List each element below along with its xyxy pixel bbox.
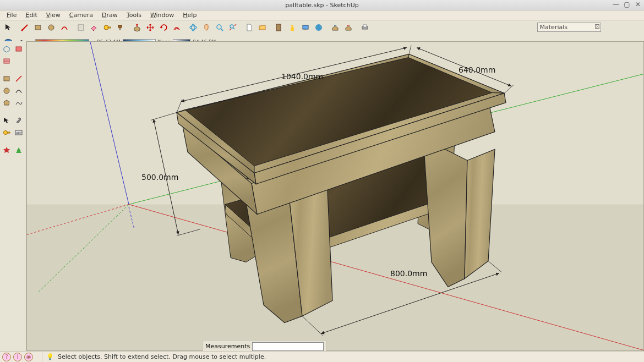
iso-tool[interactable] bbox=[1, 43, 12, 54]
titlebar: palltable.skp - SketchUp — ▢ ✕ bbox=[0, 0, 644, 10]
component-tool[interactable] bbox=[75, 21, 87, 34]
vcircle-tool[interactable] bbox=[1, 85, 12, 96]
tape-tool[interactable] bbox=[101, 21, 113, 34]
svg-line-39 bbox=[181, 48, 407, 102]
svg-point-6 bbox=[104, 25, 108, 30]
pushpull-tool[interactable] bbox=[131, 21, 143, 34]
svg-line-48 bbox=[302, 316, 323, 336]
offset-tool[interactable] bbox=[171, 21, 183, 34]
menu-tools[interactable]: Tools bbox=[122, 12, 146, 19]
svg-rect-22 bbox=[16, 47, 21, 51]
svg-line-49 bbox=[488, 261, 501, 272]
menu-edit[interactable]: Edit bbox=[21, 12, 41, 19]
svg-rect-25 bbox=[4, 76, 9, 81]
paint-tool[interactable] bbox=[114, 21, 127, 34]
svg-rect-5 bbox=[79, 26, 83, 29]
circle-tool[interactable] bbox=[45, 21, 57, 34]
svg-rect-30 bbox=[15, 130, 22, 135]
svg-line-0 bbox=[22, 25, 28, 30]
minimize-button[interactable]: — bbox=[612, 1, 620, 9]
svg-rect-23 bbox=[4, 59, 9, 63]
print-tool[interactable] bbox=[359, 21, 371, 34]
new-tool[interactable] bbox=[243, 21, 255, 34]
pan-tool[interactable] bbox=[200, 21, 212, 34]
svg-rect-29 bbox=[7, 132, 10, 133]
zoom-extents-tool[interactable] bbox=[227, 21, 239, 34]
vline-tool[interactable] bbox=[13, 73, 24, 84]
dim-height: 500.0mm bbox=[141, 173, 178, 182]
menu-draw[interactable]: Draw bbox=[97, 12, 122, 19]
menu-view[interactable]: View bbox=[42, 12, 65, 19]
eraser-tool[interactable] bbox=[88, 21, 100, 34]
svg-point-9 bbox=[192, 24, 195, 31]
svg-point-3 bbox=[48, 25, 54, 30]
svg-line-38 bbox=[129, 207, 134, 229]
svg-rect-16 bbox=[304, 29, 307, 30]
tape2-tool[interactable] bbox=[1, 127, 12, 138]
svg-point-28 bbox=[4, 131, 8, 135]
select2-tool[interactable] bbox=[1, 115, 12, 126]
svg-point-10 bbox=[217, 25, 221, 29]
menu-camera[interactable]: Camera bbox=[65, 12, 97, 19]
section-tool[interactable] bbox=[13, 43, 24, 54]
line-tool[interactable] bbox=[19, 21, 31, 34]
statusbar: ? i ◉ 💡 Select objects. Shift to extend … bbox=[0, 351, 644, 362]
svg-rect-15 bbox=[303, 25, 308, 29]
orbit-tool[interactable] bbox=[187, 21, 199, 34]
info-icon[interactable]: i bbox=[13, 353, 22, 361]
zoom-tool[interactable] bbox=[214, 21, 226, 34]
varc-tool[interactable] bbox=[13, 85, 24, 96]
svg-line-46 bbox=[177, 229, 200, 236]
rectangle-tool[interactable] bbox=[32, 21, 44, 34]
measurements-input[interactable] bbox=[252, 342, 324, 351]
vfree-tool[interactable] bbox=[13, 97, 24, 108]
vpoly-tool[interactable] bbox=[1, 97, 12, 108]
help-icon[interactable]: ? bbox=[2, 353, 11, 361]
warehouse-tool[interactable] bbox=[329, 21, 341, 34]
materials-tray-label[interactable]: Materials bbox=[537, 23, 601, 32]
svg-rect-4 bbox=[78, 25, 84, 30]
section-cut-tool[interactable] bbox=[1, 56, 12, 67]
display-tool[interactable] bbox=[299, 21, 312, 34]
tree-tool[interactable] bbox=[13, 145, 24, 156]
person-tool[interactable] bbox=[286, 21, 298, 34]
measurements-label: Measurements bbox=[205, 343, 250, 350]
svg-line-11 bbox=[221, 29, 223, 31]
svg-text:REC: REC bbox=[17, 131, 23, 135]
viewport[interactable]: 1040.0mm 640.0mm 500.0mm 800.0mm bbox=[26, 41, 644, 351]
status-hint: Select objects. Shift to extend select. … bbox=[54, 353, 266, 360]
arc-tool[interactable] bbox=[58, 21, 70, 34]
maximize-button[interactable]: ▢ bbox=[623, 1, 631, 9]
svg-line-26 bbox=[16, 76, 21, 81]
svg-line-42 bbox=[417, 48, 511, 86]
open-tool[interactable] bbox=[256, 21, 269, 34]
svg-line-33 bbox=[38, 205, 129, 293]
close-button[interactable]: ✕ bbox=[634, 1, 642, 9]
move-tool[interactable] bbox=[144, 21, 156, 34]
warehouse-down-tool[interactable] bbox=[342, 21, 354, 34]
svg-rect-18 bbox=[362, 26, 368, 29]
window-title: palltable.skp - SketchUp bbox=[285, 2, 358, 9]
tray-close-icon[interactable]: ⮽ bbox=[594, 24, 600, 30]
select-tool[interactable] bbox=[2, 21, 14, 34]
svg-point-1 bbox=[21, 30, 23, 31]
svg-point-8 bbox=[190, 26, 197, 29]
vrect-tool[interactable] bbox=[1, 73, 12, 84]
menu-help[interactable]: Help bbox=[178, 12, 201, 19]
person-icon[interactable]: ◉ bbox=[24, 353, 33, 361]
earth-tool[interactable] bbox=[313, 21, 325, 34]
bulb-icon[interactable]: 💡 bbox=[46, 353, 54, 360]
svg-point-17 bbox=[315, 24, 322, 31]
svg-line-45 bbox=[151, 113, 177, 120]
svg-line-44 bbox=[154, 119, 178, 235]
svg-point-12 bbox=[230, 25, 233, 28]
wrench-tool[interactable] bbox=[13, 115, 24, 126]
rotate-tool[interactable] bbox=[157, 21, 170, 34]
svg-line-40 bbox=[177, 100, 182, 113]
rec-tool[interactable]: REC bbox=[13, 127, 24, 138]
star-tool[interactable] bbox=[1, 145, 12, 156]
model-info-tool[interactable] bbox=[273, 21, 285, 34]
dim-width: 1040.0mm bbox=[281, 72, 323, 81]
menu-file[interactable]: File bbox=[2, 12, 21, 19]
menu-window[interactable]: Window bbox=[146, 12, 178, 19]
